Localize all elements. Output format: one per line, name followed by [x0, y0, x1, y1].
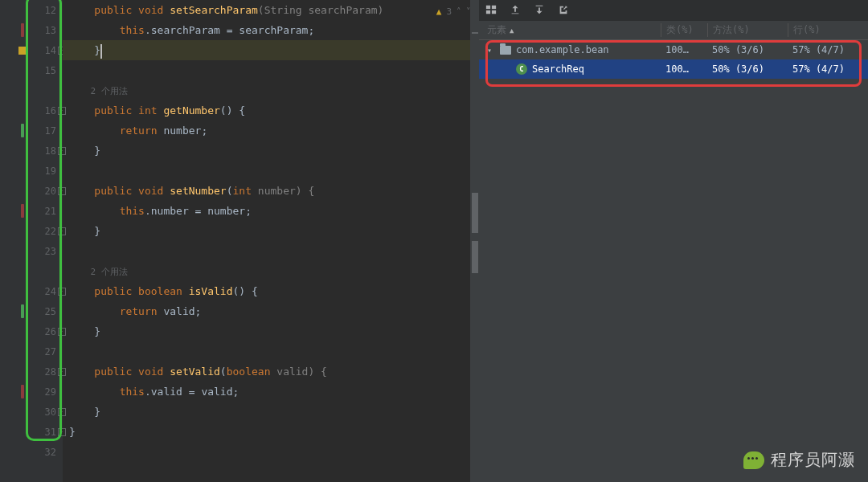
- usage-hint[interactable]: 2 个用法: [63, 80, 479, 100]
- coverage-class-value: 100…: [661, 63, 707, 75]
- coverage-item-name: SearchReq: [532, 63, 584, 75]
- header-line[interactable]: 行(%): [788, 23, 868, 37]
- gutter-line: 30-: [0, 402, 63, 422]
- gutter-line: 32: [0, 442, 63, 462]
- open-external-icon[interactable]: [558, 3, 569, 18]
- coverage-item-name: com.example.bean: [516, 44, 609, 55]
- gutter-line: 20-: [0, 181, 63, 201]
- coverage-marker-green: [21, 124, 24, 137]
- gutter-line: 27: [0, 341, 63, 362]
- editor-code-area[interactable]: ▲ 3 ˄ ˅ public void setSearchParam(Strin…: [63, 0, 479, 482]
- coverage-row[interactable]: ▾com.example.bean100…50% (3/6)57% (4/7): [479, 40, 868, 59]
- editor-gutter: 121314-1516-1718-1920-2122-2324-2526-272…: [0, 0, 63, 482]
- gutter-line: 31-: [0, 422, 63, 442]
- coverage-class-value: 100…: [661, 44, 707, 55]
- gutter-line: 15: [0, 60, 63, 80]
- code-line[interactable]: [63, 60, 479, 80]
- coverage-toolbar: [479, 0, 868, 21]
- code-line[interactable]: this.valid = valid;: [63, 382, 479, 402]
- gutter-line: 13: [0, 20, 63, 40]
- coverage-table-body: ▾com.example.bean100…50% (3/6)57% (4/7) …: [479, 40, 868, 79]
- gutter-line: 16-: [0, 100, 63, 120]
- class-icon: C: [516, 63, 527, 75]
- warning-icon: ▲: [436, 2, 442, 22]
- code-line[interactable]: public void setValid(boolean valid) {: [63, 362, 479, 382]
- svg-rect-2: [486, 10, 490, 13]
- code-line[interactable]: this.searchParam = searchParam;: [63, 20, 479, 40]
- flatten-packages-icon[interactable]: [485, 3, 497, 18]
- code-line[interactable]: public void setNumber(int number) {: [63, 181, 479, 201]
- code-line[interactable]: this.number = number;: [63, 201, 479, 221]
- watermark: 程序员阿灏: [743, 449, 855, 471]
- gutter-line: 22-: [0, 221, 63, 241]
- code-editor[interactable]: 121314-1516-1718-1920-2122-2324-2526-272…: [0, 0, 479, 482]
- coverage-marker-yellow: [18, 47, 27, 55]
- coverage-marker-red: [21, 23, 24, 37]
- coverage-marker-red: [21, 385, 24, 398]
- coverage-panel: 元素 ▲ 类(%) 方法(%) 行(%) ▾com.example.bean10…: [479, 0, 868, 482]
- header-method[interactable]: 方法(%): [707, 23, 788, 37]
- code-line[interactable]: public void setSearchParam(String search…: [63, 0, 479, 20]
- header-class[interactable]: 类(%): [661, 23, 707, 37]
- code-line[interactable]: public int getNumber() {: [63, 100, 479, 120]
- code-line[interactable]: [63, 442, 479, 462]
- gutter-line: 24-: [0, 281, 63, 301]
- svg-rect-1: [492, 5, 496, 8]
- gutter-line: 14-: [0, 40, 63, 60]
- gutter-line: [0, 261, 63, 281]
- wechat-icon: [743, 451, 764, 469]
- svg-rect-0: [486, 5, 490, 8]
- gutter-line: 25: [0, 301, 63, 321]
- code-line[interactable]: return number;: [63, 120, 479, 141]
- expand-toggle-icon[interactable]: ▾: [487, 46, 495, 55]
- code-line[interactable]: }: [63, 141, 479, 161]
- gutter-line: 17: [0, 120, 63, 141]
- import-icon[interactable]: [534, 3, 545, 18]
- gutter-line: 12: [0, 0, 63, 20]
- coverage-marker-green: [21, 304, 24, 318]
- gutter-line: 26-: [0, 321, 63, 341]
- chevron-up-icon[interactable]: ˄: [457, 2, 461, 22]
- coverage-line-value: 57% (4/7): [788, 44, 868, 55]
- export-icon[interactable]: [510, 3, 521, 18]
- coverage-marker-red: [21, 204, 24, 218]
- coverage-line-value: 57% (4/7): [788, 63, 868, 75]
- coverage-method-value: 50% (3/6): [707, 63, 788, 75]
- code-line[interactable]: }: [63, 422, 479, 442]
- code-line[interactable]: }: [63, 221, 479, 241]
- gutter-line: 19: [0, 161, 63, 181]
- code-line[interactable]: }: [63, 402, 479, 422]
- gutter-line: 29: [0, 382, 63, 402]
- sort-ascending-icon: ▲: [510, 27, 514, 35]
- gutter-line: 28-: [0, 362, 63, 382]
- gutter-line: 18-: [0, 141, 63, 161]
- code-line[interactable]: }: [63, 321, 479, 341]
- inspection-indicator[interactable]: ▲ 3 ˄ ˅: [436, 2, 471, 22]
- code-line[interactable]: [63, 341, 479, 362]
- svg-rect-3: [492, 10, 496, 13]
- gutter-line: 23: [0, 241, 63, 261]
- code-line[interactable]: return valid;: [63, 301, 479, 321]
- package-icon: [500, 46, 511, 55]
- usage-hint[interactable]: 2 个用法: [63, 261, 479, 281]
- coverage-method-value: 50% (3/6): [707, 44, 788, 55]
- coverage-table-header[interactable]: 元素 ▲ 类(%) 方法(%) 行(%): [479, 21, 868, 40]
- warning-count: 3: [446, 2, 452, 22]
- header-element[interactable]: 元素 ▲: [479, 23, 661, 37]
- code-line[interactable]: public boolean isValid() {: [63, 281, 479, 301]
- gutter-line: 21: [0, 201, 63, 221]
- code-line[interactable]: }: [63, 40, 479, 60]
- gutter-line: [0, 80, 63, 100]
- coverage-row[interactable]: CSearchReq100…50% (3/6)57% (4/7): [479, 59, 868, 79]
- code-line[interactable]: [63, 241, 479, 261]
- code-line[interactable]: [63, 161, 479, 181]
